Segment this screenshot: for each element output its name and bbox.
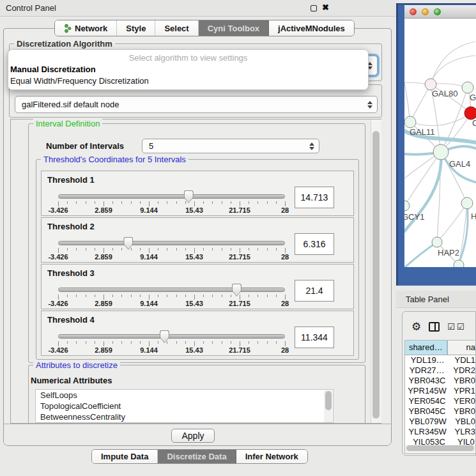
network-node-label: GAL80: [432, 89, 457, 98]
network-icon: [64, 24, 72, 33]
tab-label: Infer Network: [245, 452, 298, 461]
network-node[interactable]: [454, 260, 464, 267]
network-edge[interactable]: [437, 203, 467, 242]
table-row[interactable]: YLR345WYLR3: [405, 427, 475, 437]
network-node-ga[interactable]: [462, 82, 473, 93]
tab-label: Network: [75, 24, 107, 33]
cell-name: YLR3: [450, 427, 475, 437]
network-node-c[interactable]: [464, 107, 476, 119]
cell-shared-name: YPR145W: [405, 386, 449, 396]
checkbox-icon[interactable]: ☑: [457, 322, 464, 332]
attribute-list-item[interactable]: BetweennessCentrality: [36, 411, 333, 422]
threshold-1-box: Threshold 1-3.4262.8599.14415.4321.71528…: [41, 171, 354, 216]
table-header-name[interactable]: na: [448, 341, 475, 355]
gear-icon[interactable]: ⚙: [411, 321, 421, 332]
tab-network[interactable]: Network: [55, 20, 117, 36]
network-edge[interactable]: [431, 42, 475, 84]
slider-ticks: [58, 201, 285, 206]
threshold-value-field[interactable]: 11.344: [295, 326, 334, 348]
slider-tick-labels: -3.4262.8599.14415.4321.71528: [58, 346, 285, 354]
tab-impute-data[interactable]: Impute Data: [92, 450, 158, 463]
slider-tick-labels: -3.4262.8599.14415.4321.71528: [58, 206, 285, 214]
attributes-scrollbar[interactable]: [324, 390, 332, 423]
threshold-slider[interactable]: [58, 194, 285, 199]
network-node-gal4[interactable]: [433, 144, 449, 160]
node-attribute-table[interactable]: shared… na YDL19…YDL1YDR27…YDR2YBR043CYB…: [404, 340, 476, 454]
dropdown-placeholder-item[interactable]: Select algorithm to view settings: [8, 52, 368, 64]
table-row[interactable]: YPR145WYPR1: [405, 386, 475, 396]
table-panel-title: Table Panel: [396, 295, 449, 304]
network-node-label: H: [471, 211, 476, 221]
apply-button[interactable]: Apply: [171, 429, 215, 443]
vertical-scrollbar-thumb[interactable]: [372, 131, 380, 418]
network-edge[interactable]: [410, 84, 431, 122]
table-row[interactable]: YDR27…YDR2: [405, 365, 475, 376]
tab-select[interactable]: Select: [155, 20, 198, 36]
zoom-traffic-light-icon[interactable]: [434, 8, 441, 15]
tab-discretize-data[interactable]: Discretize Data: [158, 450, 236, 463]
threshold-slider[interactable]: [58, 241, 285, 245]
split-view-icon[interactable]: [429, 322, 440, 332]
tab-jactivemnodules[interactable]: jActiveMNodules: [269, 20, 354, 36]
tab-label: jActiveMNodules: [278, 24, 345, 33]
table-header-shared-name[interactable]: shared…: [405, 341, 448, 355]
tab-label: Style: [126, 24, 146, 33]
numerical-attributes-list[interactable]: SelfLoopsTopologicalCoefficientBetweenne…: [35, 389, 334, 423]
network-edge[interactable]: [404, 152, 441, 206]
threshold-slider[interactable]: [58, 334, 285, 339]
attribute-list-item[interactable]: SelfLoops: [36, 390, 333, 401]
checkbox-icon[interactable]: ☑: [447, 322, 455, 332]
control-panel-tabs: NetworkStyleSelectCyni ToolboxjActiveMNo…: [54, 20, 355, 36]
table-data-combo[interactable]: galFiltered.sif default node: [15, 96, 378, 113]
network-node-label: GA: [470, 93, 476, 102]
table-row[interactable]: YBR045CYBR0: [405, 406, 475, 417]
table-row[interactable]: YBL079WYBL0: [405, 417, 475, 427]
number-of-intervals-combo[interactable]: 5: [142, 139, 319, 153]
tab-label: Discretize Data: [167, 452, 226, 461]
tab-cyni-toolbox[interactable]: Cyni Toolbox: [199, 20, 269, 36]
network-edge-highlighted[interactable]: [404, 242, 437, 267]
table-row[interactable]: YDL19…YDL1: [405, 355, 475, 365]
dropdown-option-manual-discretization[interactable]: Manual Discretization: [8, 64, 368, 75]
threshold-value-field[interactable]: 14.713: [295, 187, 334, 208]
network-edge[interactable]: [410, 113, 471, 126]
threshold-value-field[interactable]: 21.4: [295, 280, 334, 302]
cell-shared-name: YDR27…: [405, 365, 449, 376]
minimize-traffic-light-icon[interactable]: [422, 8, 429, 15]
network-node-label: GAL11: [410, 127, 435, 137]
tab-label: Impute Data: [101, 452, 148, 461]
threshold-2-box: Threshold 2-3.4262.8599.14415.4321.71528…: [41, 217, 354, 263]
threshold-slider[interactable]: [58, 288, 285, 292]
table-horizontal-scrollbar[interactable]: [405, 445, 475, 452]
close-icon[interactable]: ✖: [322, 3, 329, 12]
network-node-label: GAL4: [449, 159, 470, 169]
attributes-scrollbar-thumb[interactable]: [325, 391, 332, 410]
tab-style[interactable]: Style: [117, 20, 155, 36]
slider-tick-labels: -3.4262.8599.14415.4321.71528: [58, 300, 285, 307]
network-node-gal11[interactable]: [404, 116, 416, 128]
network-edge[interactable]: [431, 56, 475, 84]
numerical-attributes-label: Numerical Attributes: [31, 376, 112, 385]
float-window-icon[interactable]: [311, 5, 317, 12]
close-traffic-light-icon[interactable]: [410, 8, 417, 15]
cell-shared-name: YDL19…: [405, 355, 450, 365]
network-node-h[interactable]: [461, 197, 473, 209]
tab-label: Select: [164, 24, 188, 33]
cell-shared-name: YLR345W: [405, 427, 450, 437]
number-of-intervals-value: 5: [149, 141, 153, 151]
threshold-value-field[interactable]: 6.316: [295, 233, 334, 255]
threshold-label: Threshold 2: [47, 222, 95, 231]
tab-infer-network[interactable]: Infer Network: [236, 450, 307, 463]
network-node-label: C: [472, 118, 476, 128]
table-hscrollbar-thumb[interactable]: [406, 445, 474, 451]
table-row[interactable]: YER054CYER0: [405, 396, 475, 406]
dropdown-option-equal-width[interactable]: Equal Width/Frequency Discretization: [8, 75, 368, 87]
table-row[interactable]: YBR043CYBR0: [405, 376, 475, 386]
slider-ticks: [58, 295, 285, 300]
network-canvas[interactable]: GAL80GACGAL11GAL4GCY1HHAP2: [404, 19, 476, 267]
network-node-gcy1[interactable]: [404, 201, 410, 211]
network-node-hap2[interactable]: [432, 237, 442, 247]
cell-name: YBL0: [450, 417, 475, 427]
attribute-list-item[interactable]: TopologicalCoefficient: [36, 401, 333, 411]
cell-name: YDR2: [449, 365, 475, 376]
